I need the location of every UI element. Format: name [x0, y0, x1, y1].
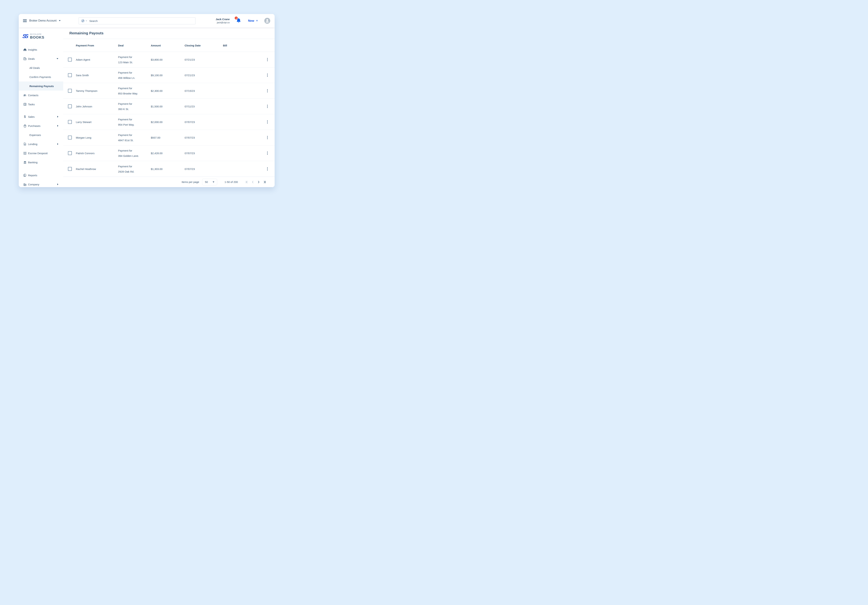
sidebar-nav: Insights Deals All Deals Confirm Payment… — [19, 45, 63, 187]
search-input[interactable] — [89, 19, 195, 23]
payment-from-cell: Patrick Connors — [76, 152, 95, 155]
sidebar-item-escrow-deposit[interactable]: Escrow Desposit — [19, 149, 63, 158]
row-actions-menu-icon[interactable] — [266, 167, 269, 171]
table-row: Larry Stewart Payment for 954 Port Way. … — [63, 114, 274, 130]
row-checkbox[interactable] — [68, 151, 72, 155]
sidebar-item-banking[interactable]: Banking — [19, 158, 63, 167]
payment-from-cell: Larry Stewart — [76, 121, 91, 124]
user-info[interactable]: Jack Crane jack@zipi.co — [215, 18, 229, 24]
main-content: Remaining Payouts Payment From Deal Amou… — [63, 27, 274, 187]
home-icon — [23, 48, 26, 51]
search-scope-button[interactable] — [81, 19, 87, 23]
column-header-bill: Bill — [223, 44, 227, 47]
row-actions-menu-icon[interactable] — [266, 120, 269, 124]
next-page-button[interactable] — [256, 180, 261, 184]
deal-cell: Payment for 2928 Oak Rd. — [118, 165, 134, 173]
people-icon — [23, 93, 26, 97]
row-checkbox[interactable] — [68, 57, 72, 62]
sidebar-item-reports[interactable]: Reports — [19, 171, 63, 180]
globe-icon — [81, 19, 85, 23]
amount-cell: $3,800.00 — [151, 58, 163, 61]
brand-bottom: BOOKS — [30, 35, 44, 39]
building-icon — [23, 57, 26, 60]
sidebar-item-confirm-payments[interactable]: Confirm Payments — [19, 72, 63, 81]
row-actions-menu-icon[interactable] — [266, 151, 269, 155]
row-checkbox[interactable] — [68, 104, 72, 108]
table-body: Adam Agent Payment for 123 Main St. $3,8… — [63, 52, 274, 177]
top-right-cluster: Jack Crane jack@zipi.co 1 New + — [215, 18, 270, 24]
deal-cell: Payment for 123 Main St. — [118, 56, 133, 64]
chevron-down-icon — [59, 20, 60, 21]
items-per-page-select[interactable]: 50 — [202, 179, 217, 185]
column-header-amount: Amount — [151, 44, 161, 47]
deal-cell: Payment for 393 K St. — [118, 102, 132, 110]
menu-button[interactable] — [23, 19, 27, 22]
sidebar-item-all-deals[interactable]: All Deals — [19, 63, 63, 72]
sidebar-item-expenses[interactable]: Expenses — [19, 130, 63, 140]
sidebar-item-contacts[interactable]: Contacts — [19, 91, 63, 100]
closing-date-cell: 07/07/23 — [184, 152, 195, 155]
row-checkbox[interactable] — [68, 89, 72, 93]
table-row: Tammy Thompson Payment for 853 Brooke Wa… — [63, 83, 274, 99]
row-actions-menu-icon[interactable] — [266, 73, 269, 77]
row-actions-menu-icon[interactable] — [266, 88, 269, 93]
payment-from-cell: Tammy Thompson — [76, 89, 98, 92]
sidebar-item-purchases[interactable]: Purchases — [19, 121, 63, 130]
payment-from-cell: Adam Agent — [76, 58, 90, 61]
user-name: Jack Crane — [215, 18, 229, 21]
previous-page-button[interactable] — [250, 180, 255, 184]
brand-top: SKYSLOPE — [30, 33, 44, 35]
row-actions-menu-icon[interactable] — [266, 104, 269, 109]
row-checkbox[interactable] — [68, 73, 72, 77]
chevron-right-icon — [57, 125, 58, 127]
pagination-bar: Items per page 50 1-50 of 200 — [63, 177, 274, 187]
office-building-icon — [23, 183, 26, 186]
amount-cell: $2,428.00 — [151, 152, 163, 155]
avatar[interactable] — [264, 18, 270, 24]
logo-mark-icon: SS — [22, 33, 29, 39]
sidebar-item-remaining-payouts[interactable]: Remaining Payouts — [19, 81, 63, 91]
deal-cell: Payment for 4847 81st St. — [118, 134, 133, 141]
amount-cell: $2,300.00 — [151, 89, 163, 92]
deal-cell: Payment for 954 Port Way. — [118, 118, 134, 126]
payment-from-cell: Sara Smith — [76, 74, 89, 77]
sidebar-item-sales[interactable]: $ Sales — [19, 112, 63, 121]
payment-from-cell: John Johnson — [76, 105, 92, 108]
user-email: jack@zipi.co — [215, 21, 229, 24]
sidebar-item-lending[interactable]: Lending — [19, 140, 63, 149]
page-title: Remaining Payouts — [69, 31, 104, 35]
bank-icon — [23, 160, 26, 164]
title-row: Remaining Payouts — [63, 27, 274, 39]
shopping-bag-icon — [23, 124, 26, 127]
closing-date-cell: 07/21/23 — [184, 58, 195, 61]
sidebar-item-tasks[interactable]: Tasks — [19, 100, 63, 109]
row-actions-menu-icon[interactable] — [266, 135, 269, 140]
row-checkbox[interactable] — [68, 120, 72, 124]
amount-cell: $2,000.00 — [151, 121, 163, 124]
sidebar-item-deals[interactable]: Deals — [19, 54, 63, 63]
new-button[interactable]: New + — [248, 19, 258, 23]
person-icon — [264, 18, 270, 24]
row-actions-menu-icon[interactable] — [266, 57, 269, 62]
sidebar-item-company[interactable]: Company — [19, 180, 63, 187]
last-page-button[interactable] — [262, 180, 267, 184]
table-header: Payment From Deal Amount Closing Date Bi… — [63, 39, 274, 52]
chevron-right-icon — [257, 180, 260, 184]
row-checkbox[interactable] — [68, 136, 72, 140]
sidebar-item-insights[interactable]: Insights — [19, 45, 63, 54]
deal-cell: Payment for 853 Brooke Way. — [118, 87, 138, 95]
first-page-button[interactable] — [245, 180, 249, 184]
deal-cell: Payment for 394 Golden Lane. — [118, 149, 139, 157]
closing-date-cell: 07/11/23 — [184, 105, 195, 108]
chevron-down-icon — [212, 182, 214, 183]
amount-cell: $1,303.00 — [151, 168, 163, 170]
chevron-left-icon — [251, 180, 254, 184]
column-header-deal: Deal — [118, 44, 124, 47]
plus-icon: + — [256, 19, 258, 23]
list-icon — [23, 102, 26, 106]
account-selector[interactable]: Broker Demo Account — [29, 19, 60, 22]
row-checkbox[interactable] — [68, 167, 72, 171]
table-row: Rachel Heathrow Payment for 2928 Oak Rd.… — [63, 161, 274, 177]
top-bar: Broker Demo Account Jack Crane jack@zipi… — [19, 14, 274, 27]
notifications-button[interactable]: 1 — [236, 18, 241, 24]
